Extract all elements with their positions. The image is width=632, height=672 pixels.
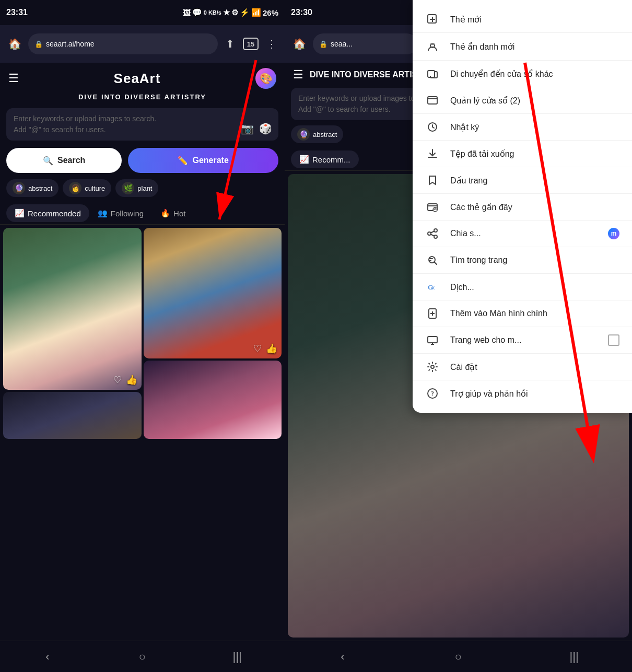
left-nav-back[interactable]: ‹ [32, 646, 63, 667]
left-tab-hot-label: Hot [173, 209, 185, 218]
signal-icon: 0 KB/s [204, 9, 221, 16]
left-image-grid: ♡ 👍 ♡ 👍 [0, 225, 285, 641]
search-icon: 🔍 [43, 156, 53, 166]
menu-item-downloads[interactable]: Tệp đã tải xuống [413, 141, 632, 167]
incognito-icon [425, 40, 440, 53]
settings-label: Cài đặt [450, 362, 619, 372]
wand-icon: ✏️ [178, 156, 188, 166]
left-tab-recommended-label: Recommended [28, 209, 81, 218]
thumbup-icon[interactable]: 👍 [126, 374, 137, 386]
lock-icon: 🔒 [34, 40, 43, 48]
left-url-bar[interactable]: 🔒 seaart.ai/home [28, 33, 218, 54]
left-tab-hot[interactable]: 🔥 Hot [152, 204, 194, 222]
find-in-page-icon [425, 254, 440, 266]
menu-item-share[interactable]: Chia s... m [413, 221, 632, 247]
tag-thumb-culture: 👩 [69, 182, 81, 194]
menu-item-desktop-site[interactable]: Trang web cho m... [413, 327, 632, 354]
battery-icon: 26% [263, 8, 278, 17]
left-avatar[interactable]: 🎨 [255, 68, 276, 89]
desktop-site-checkbox[interactable] [608, 334, 619, 346]
right-nav-menu[interactable]: ||| [558, 646, 590, 667]
left-tags-row: 🔮 abstract 👩 culture 🌿 plant [0, 177, 285, 201]
right-tab-recommended[interactable]: 📈 Recomm... [291, 150, 359, 168]
settings2-icon: ⚙ [231, 8, 238, 17]
left-home-btn[interactable]: 🏠 [5, 34, 24, 53]
right-tag-abstract[interactable]: 🔮 abstract [291, 125, 343, 143]
left-browser-actions: ⬆ 15 ⋮ [222, 36, 279, 52]
left-image-man-dark[interactable] [3, 392, 142, 439]
left-nav-home[interactable]: ○ [126, 646, 158, 667]
right-hamburger-icon[interactable]: ☰ [293, 68, 303, 82]
desktop-site-label: Trang web cho m... [450, 335, 598, 345]
right-nav-home[interactable]: ○ [442, 646, 474, 667]
messenger-icon: m [608, 228, 619, 239]
manage-windows-icon [425, 95, 440, 106]
move-window-icon [425, 68, 440, 79]
left-tag-culture[interactable]: 👩 culture [63, 179, 111, 197]
back-icon: ‹ [45, 650, 49, 664]
thumbup2-icon[interactable]: 👍 [266, 343, 277, 354]
new-tab-label: Thẻ mới [450, 15, 619, 25]
downloads-icon [425, 148, 440, 159]
wifi-icon: 📶 [251, 8, 261, 17]
left-image-martial[interactable]: ♡ 👍 [144, 228, 282, 358]
share-btn[interactable]: ⬆ [222, 36, 238, 52]
right-home-btn[interactable]: 🏠 [290, 34, 309, 53]
left-image-col-1: ♡ 👍 [3, 228, 142, 638]
left-nav-bar: ‹ ○ ||| [0, 641, 285, 672]
left-generate-button[interactable]: ✏️ Generate [128, 148, 278, 173]
heart2-icon[interactable]: ♡ [253, 343, 262, 354]
tag-label-culture: culture [85, 184, 105, 192]
menu-item-add-homescreen[interactable]: Thêm vào Màn hình chính [413, 300, 632, 327]
tag-thumb-abstract: 🔮 [13, 182, 25, 194]
left-nav-menu[interactable]: ||| [221, 646, 253, 667]
left-browser-bar: 🏠 🔒 seaart.ai/home ⬆ 15 ⋮ [0, 25, 285, 63]
settings-icon [425, 361, 440, 373]
left-search-box[interactable]: Enter keywords or upload images to searc… [6, 108, 278, 141]
left-search-button[interactable]: 🔍 Search [6, 148, 122, 173]
left-image-woman-actions: ♡ 👍 [113, 374, 137, 386]
left-tag-plant[interactable]: 🌿 plant [115, 179, 158, 197]
left-tag-abstract[interactable]: 🔮 abstract [6, 179, 58, 197]
cube-icon[interactable]: 🎲 [259, 121, 272, 136]
tab-count[interactable]: 15 [243, 38, 259, 50]
menu-item-help[interactable]: ? Trợ giúp và phản hồi [413, 380, 632, 407]
add-homescreen-icon [425, 308, 440, 319]
menu-item-incognito[interactable]: Thẻ ẩn danh mới [413, 33, 632, 61]
menu-item-settings[interactable]: Cài đặt [413, 354, 632, 380]
right-url-text: seaa... [331, 40, 353, 48]
more-btn[interactable]: ⋮ [264, 36, 279, 52]
left-tab-recommended[interactable]: 📈 Recommended [6, 204, 89, 222]
following-icon: 👥 [98, 208, 108, 218]
heart-icon[interactable]: ♡ [113, 374, 122, 386]
bookmarks-icon [425, 175, 440, 186]
svg-rect-8 [428, 97, 437, 104]
left-app-header: ☰ SeaArt 🎨 [0, 63, 285, 92]
left-image-woman[interactable]: ♡ 👍 [3, 228, 142, 390]
menu-item-translate[interactable]: Gx Dịch... [413, 274, 632, 300]
camera-icon[interactable]: 📷 [241, 121, 254, 136]
left-hamburger-icon[interactable]: ☰ [8, 72, 19, 85]
left-tabs-row: 📈 Recommended 👥 Following 🔥 Hot [0, 201, 285, 225]
right-lock-icon: 🔒 [319, 40, 327, 48]
left-image-anime[interactable] [144, 361, 282, 439]
right-tag-thumb-abstract: 🔮 [297, 128, 310, 141]
menu-nav-icon: ||| [233, 650, 242, 664]
svg-line-17 [431, 231, 434, 233]
menu-item-recent-tabs[interactable]: Các thẻ gần đây [413, 194, 632, 221]
left-status-bar: 23:31 🖼 💬 0 KB/s ★ ⚙ ⚡ 📶 26% [0, 0, 285, 25]
left-tab-following[interactable]: 👥 Following [89, 204, 152, 222]
menu-item-manage-windows[interactable]: Quản lý cửa sổ (2) [413, 87, 632, 114]
right-url-bar[interactable]: 🔒 seaa... [313, 33, 417, 54]
menu-item-history[interactable]: Nhật ký [413, 114, 632, 141]
right-nav-back[interactable]: ‹ [327, 646, 358, 667]
svg-line-18 [431, 235, 434, 236]
trending-icon: 📈 [15, 208, 25, 218]
menu-item-new-tab[interactable]: Thẻ mới [413, 6, 632, 33]
search-btn-label: Search [57, 156, 85, 165]
menu-item-move-window[interactable]: Di chuyển đến cửa sổ khác [413, 61, 632, 87]
manage-windows-label: Quản lý cửa sổ (2) [450, 96, 619, 106]
notification-icon: 🖼 [183, 8, 191, 17]
menu-item-bookmarks[interactable]: Dấu trang [413, 167, 632, 194]
menu-item-find-in-page[interactable]: Tìm trong trang [413, 247, 632, 274]
